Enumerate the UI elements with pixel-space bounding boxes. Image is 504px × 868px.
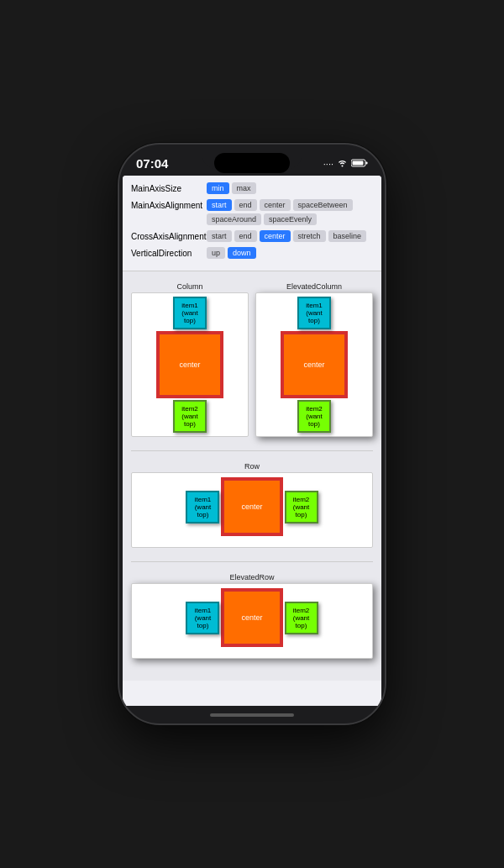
main-axis-alignment-row: MainAxisAlignment start end center space… [131,199,373,225]
section-divider-1 [131,450,373,451]
elevated-column-center: center [281,331,348,398]
elevated-row-item1: item1(wanttop) [186,602,219,634]
btn-spaceevenly[interactable]: spaceEvenly [264,213,317,225]
row-inner: item1(wanttop) center item2(wanttop) [132,473,372,540]
status-icons: ···· [323,159,368,169]
home-bar [210,713,294,717]
vertical-direction-label: VerticalDirection [131,247,207,258]
elevated-column-item2: item2(wanttop) [297,400,331,433]
btn-up[interactable]: up [207,247,225,259]
btn-cross-end[interactable]: end [234,230,257,242]
elevated-row-inner: item1(wanttop) center item2(wanttop) [132,584,372,651]
column-center: center [156,331,223,398]
column-demo-wrapper: Column item1(wanttop) center item2(wantt… [131,280,249,437]
elevated-column-label: ElevatedColumn [255,280,373,292]
elevated-column-inner: item1(wanttop) center item2(wanttop) [256,293,372,436]
vertical-direction-buttons: up down [207,247,373,259]
dynamic-island [214,153,290,173]
svg-rect-2 [366,161,368,164]
main-axis-alignment-buttons: start end center spaceBetween spaceAroun… [207,199,373,225]
main-axis-alignment-label: MainAxisAlignment [131,199,207,210]
row-demo-box: item1(wanttop) center item2(wanttop) [131,472,373,548]
column-label: Column [131,280,249,292]
column-demo-box: item1(wanttop) center item2(wanttop) [131,292,249,437]
elevated-row-demo-wrapper: ElevatedRow item1(wanttop) center item2(… [131,571,373,659]
time-display: 07:04 [136,156,168,171]
btn-cross-start[interactable]: start [207,230,232,242]
btn-spacebetween[interactable]: spaceBetween [293,199,353,211]
column-item2: item2(wanttop) [173,400,207,433]
row-demo-wrapper: Row item1(wanttop) center item2(wanttop) [131,460,373,548]
row-label: Row [131,460,373,472]
row-item2: item2(wanttop) [285,491,318,523]
elevated-column-item1: item1(wanttop) [297,297,331,329]
elevated-row-item2: item2(wanttop) [285,602,318,634]
cross-axis-alignment-buttons: start end center stretch baseline [207,230,373,242]
main-axis-size-label: MainAxisSize [131,182,207,193]
cross-axis-alignment-row: CrossAxisAlignment start end center stre… [131,230,373,242]
column-item1: item1(wanttop) [173,297,207,329]
controls-section: MainAxisSize min max MainAxisAlignment s… [123,176,381,271]
cross-axis-alignment-label: CrossAxisAlignment [131,230,207,241]
btn-min[interactable]: min [207,182,229,194]
btn-cross-stretch[interactable]: stretch [293,230,326,242]
btn-start[interactable]: start [207,199,232,211]
btn-center[interactable]: center [260,199,291,211]
column-inner: item1(wanttop) center item2(wanttop) [132,293,248,436]
btn-cross-center[interactable]: center [260,230,291,242]
screen-content[interactable]: MainAxisSize min max MainAxisAlignment s… [123,176,381,706]
elevated-column-demo-box: item1(wanttop) center item2(wanttop) [255,292,373,437]
row-center: center [221,477,282,536]
demo-area: Column item1(wanttop) center item2(wantt… [123,271,381,681]
elevated-row-center: center [221,588,282,647]
section-divider-2 [131,561,373,562]
phone-frame: 07:04 ···· MainAxisSize [118,143,386,725]
btn-spacearound[interactable]: spaceAround [207,213,261,225]
battery-icon [351,159,368,169]
vertical-direction-row: VerticalDirection up down [131,247,373,259]
elevated-row-label: ElevatedRow [131,571,373,583]
row-item1: item1(wanttop) [186,491,219,523]
btn-max[interactable]: max [232,182,256,194]
elevated-row-demo-box: item1(wanttop) center item2(wanttop) [131,583,373,659]
elevated-column-demo-wrapper: ElevatedColumn item1(wanttop) center ite… [255,280,373,437]
main-axis-size-row: MainAxisSize min max [131,182,373,194]
column-demos: Column item1(wanttop) center item2(wantt… [131,280,373,437]
signal-icon: ···· [323,159,333,169]
btn-cross-baseline[interactable]: baseline [328,230,367,242]
main-axis-size-buttons: min max [207,182,373,194]
btn-end[interactable]: end [234,199,257,211]
btn-down[interactable]: down [228,247,256,259]
wifi-icon [337,159,348,169]
svg-rect-1 [353,160,364,165]
